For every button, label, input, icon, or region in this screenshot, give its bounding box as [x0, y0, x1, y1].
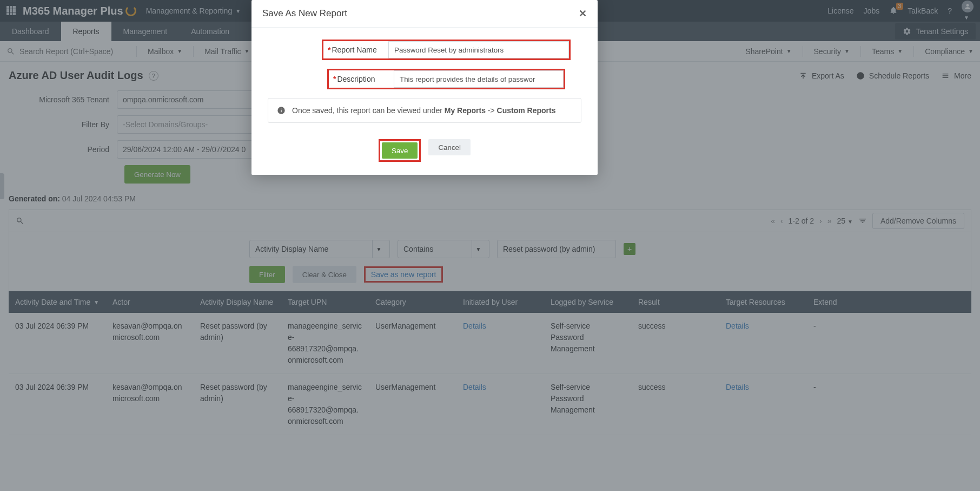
description-input[interactable]	[394, 70, 564, 88]
info-message: Once saved, this report can be viewed un…	[268, 98, 581, 123]
cancel-button[interactable]: Cancel	[428, 139, 471, 155]
save-button[interactable]: Save	[382, 142, 418, 159]
info-icon	[277, 106, 286, 115]
close-icon[interactable]: ✕	[579, 8, 587, 19]
report-name-input[interactable]	[388, 41, 569, 58]
save-report-modal: Save As New Report ✕ *Report Name *Descr…	[251, 0, 598, 175]
description-label: *Description	[329, 71, 394, 87]
modal-title: Save As New Report	[262, 8, 347, 19]
report-name-label: *Report Name	[323, 42, 388, 57]
